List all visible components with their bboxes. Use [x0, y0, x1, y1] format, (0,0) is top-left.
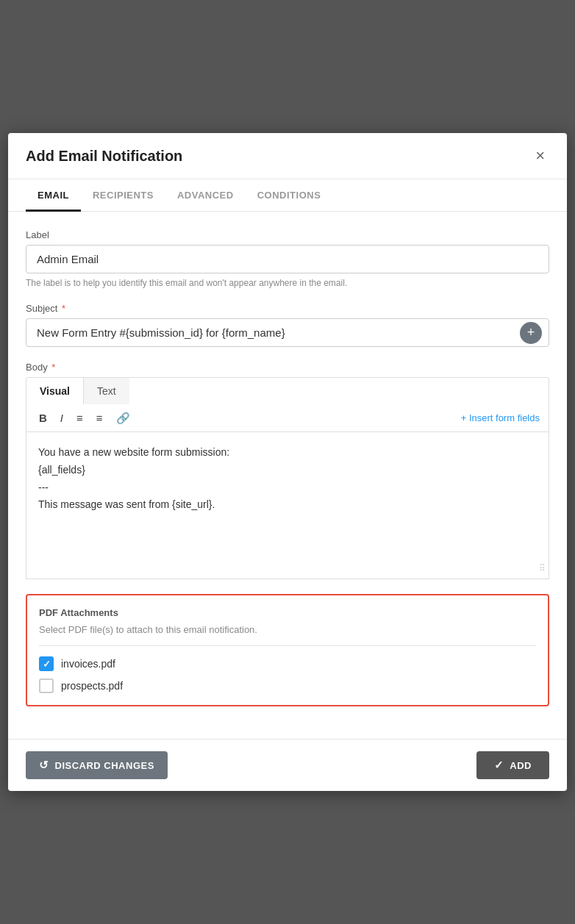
subject-field-label: Subject * [26, 303, 549, 314]
pdf-filename-prospects: prospects.pdf [61, 680, 123, 692]
subject-input[interactable] [26, 318, 549, 347]
close-button[interactable]: × [531, 146, 549, 165]
link-button[interactable]: 🔗 [113, 410, 134, 426]
modal-body: Label The label is to help you identify … [8, 212, 567, 739]
insert-form-fields-button[interactable]: + Insert form fields [461, 412, 540, 423]
tab-conditions[interactable]: CONDITIONS [246, 179, 333, 212]
italic-button[interactable]: I [57, 410, 67, 426]
unordered-list-button[interactable]: ≡ [73, 410, 87, 426]
body-tab-bar: Visual Text [26, 377, 549, 404]
toolbar-left: B I ≡ ≡ 🔗 [35, 410, 134, 426]
pdf-file-list: invoices.pdf prospects.pdf [39, 656, 536, 693]
add-button[interactable]: ✓ ADD [476, 751, 549, 779]
label-hint: The label is to help you identify this e… [26, 278, 549, 288]
body-field-label: Body * [26, 362, 549, 373]
tab-advanced[interactable]: ADVANCED [165, 179, 246, 212]
checkbox-prospects[interactable] [39, 678, 54, 693]
label-field-label: Label [26, 229, 549, 240]
ordered-list-button[interactable]: ≡ [93, 410, 107, 426]
body-tab-visual[interactable]: Visual [26, 378, 84, 404]
modal-header: Add Email Notification × [8, 133, 567, 179]
label-input[interactable] [26, 245, 549, 273]
email-notification-modal: Add Email Notification × EMAIL RECIPIENT… [8, 133, 567, 791]
pdf-item-invoices: invoices.pdf [39, 656, 536, 671]
subject-field-group: Subject * + [26, 303, 549, 347]
bold-button[interactable]: B [35, 410, 51, 426]
pdf-list-divider [39, 645, 536, 646]
modal-title: Add Email Notification [26, 148, 182, 165]
body-field-group: Body * Visual Text B I ≡ ≡ 🔗 + Insert fo… [26, 362, 549, 579]
modal-footer: ↺ DISCARD CHANGES ✓ ADD [8, 739, 567, 791]
pdf-attachments-section: PDF Attachments Select PDF file(s) to at… [26, 594, 549, 706]
pdf-section-title: PDF Attachments [39, 607, 536, 618]
body-tab-text[interactable]: Text [84, 378, 129, 404]
body-line-3: --- [38, 479, 537, 497]
body-line-1: You have a new website form submission: [38, 444, 537, 462]
body-line-2: {all_fields} [38, 462, 537, 479]
checkbox-invoices[interactable] [39, 656, 54, 671]
resize-handle: ⠿ [539, 561, 546, 576]
body-editor[interactable]: You have a new website form submission: … [26, 432, 549, 579]
subject-insert-button[interactable]: + [520, 322, 542, 344]
label-field-group: Label The label is to help you identify … [26, 229, 549, 288]
discard-icon: ↺ [39, 759, 49, 772]
body-line-4: This message was sent from {site_url}. [38, 496, 537, 514]
tab-bar: EMAIL RECIPIENTS ADVANCED CONDITIONS [8, 179, 567, 212]
subject-wrapper: + [26, 318, 549, 347]
discard-label: DISCARD CHANGES [55, 760, 154, 771]
editor-toolbar: B I ≡ ≡ 🔗 + Insert form fields [26, 404, 549, 432]
tab-email[interactable]: EMAIL [26, 179, 81, 212]
pdf-section-hint: Select PDF file(s) to attach to this ema… [39, 624, 536, 635]
pdf-item-prospects: prospects.pdf [39, 678, 536, 693]
check-icon: ✓ [494, 759, 504, 772]
add-label: ADD [510, 760, 532, 771]
discard-changes-button[interactable]: ↺ DISCARD CHANGES [26, 751, 168, 779]
pdf-filename-invoices: invoices.pdf [61, 658, 115, 670]
tab-recipients[interactable]: RECIPIENTS [81, 179, 165, 212]
